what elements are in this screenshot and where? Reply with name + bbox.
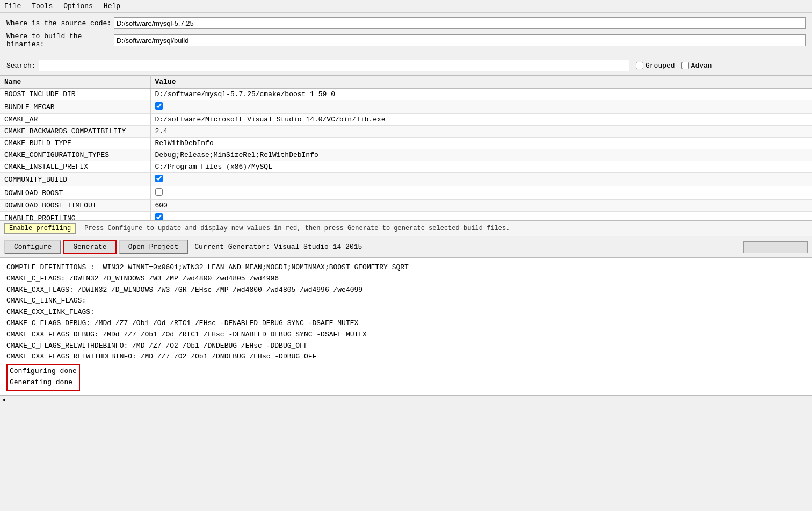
menu-help[interactable]: Help [104, 2, 120, 10]
advanced-label: Advan [691, 62, 712, 70]
config-name-cell: DOWNLOAD_BOOST_TIMEOUT [0, 200, 150, 212]
build-row: Where to build the binaries: [6, 32, 806, 48]
config-name-cell: DOWNLOAD_BOOST [0, 186, 150, 200]
log-line: CMAKE_C_FLAGS_DEBUG: /MDd /Z7 /Ob1 /Od /… [6, 318, 806, 329]
table-row: CMAKE_CONFIGURATION_TYPESDebug;Release;M… [0, 149, 812, 161]
grouped-checkbox[interactable] [636, 62, 643, 69]
config-value-cell[interactable] [150, 173, 812, 186]
menu-file[interactable]: File [4, 2, 21, 10]
tooltip-message: Press Configure to update and display ne… [84, 225, 510, 232]
bottom-scrollbar[interactable]: ◀ [0, 395, 812, 404]
search-input[interactable] [39, 60, 629, 71]
configure-button[interactable]: Configure [4, 240, 61, 254]
table-row: DOWNLOAD_BOOST [0, 186, 812, 200]
config-name-cell: CMAKE_CONFIGURATION_TYPES [0, 149, 150, 161]
build-input[interactable] [114, 34, 806, 46]
config-value-cell: D:/software/mysql-5.7.25/cmake/boost_1_5… [150, 89, 812, 100]
log-line: CMAKE_CXX_FLAGS_RELWITHDEBINFO: /MD /Z7 … [6, 351, 806, 363]
config-name-cell: CMAKE_BACKWARDS_COMPATIBILITY [0, 126, 150, 138]
menu-options[interactable]: Options [63, 2, 93, 10]
config-checkbox[interactable] [155, 102, 163, 110]
grouped-option[interactable]: Grouped [636, 62, 675, 70]
paths-section: Where is the source code: Where to build… [0, 13, 812, 56]
config-name-cell: CMAKE_BUILD_TYPE [0, 138, 150, 149]
done-box: Configuring doneGenerating done [6, 364, 80, 391]
source-label: Where is the source code: [6, 19, 114, 27]
open-project-button[interactable]: Open Project [119, 240, 189, 254]
config-name-cell: CMAKE_INSTALL_PREFIX [0, 161, 150, 173]
table-row: ENABLED_PROFILING [0, 212, 812, 221]
scrollbar-placeholder [743, 241, 808, 253]
config-checkbox[interactable] [155, 188, 163, 196]
search-options: Grouped Advan [636, 62, 712, 70]
config-name-cell: ENABLED_PROFILING [0, 212, 150, 221]
config-name-cell: COMMUNITY_BUILD [0, 173, 150, 186]
tooltip-box: Enable profiling [4, 223, 76, 234]
table-row: CMAKE_ARD:/software/Microsoft Visual Stu… [0, 114, 812, 126]
table-row: COMMUNITY_BUILD [0, 173, 812, 186]
config-checkbox[interactable] [155, 213, 163, 220]
col-header-value: Value [150, 76, 812, 89]
log-line: CMAKE_C_FLAGS_RELWITHDEBINFO: /MD /Z7 /O… [6, 341, 806, 352]
button-row: Configure Generate Open Project Current … [0, 236, 812, 258]
source-input[interactable] [114, 17, 806, 29]
config-table-section: Name Value BOOST_INCLUDE_DIRD:/software/… [0, 75, 812, 220]
config-value-cell: RelWithDebInfo [150, 138, 812, 149]
menu-bar: File Tools Options Help [0, 0, 812, 13]
search-row: Search: Grouped Advan [0, 56, 812, 75]
log-line: CMAKE_CXX_FLAGS: /DWIN32 /D_WINDOWS /W3 … [6, 285, 806, 296]
table-row: CMAKE_BACKWARDS_COMPATIBILITY2.4 [0, 126, 812, 138]
current-generator-label: Current Generator: Visual Studio 14 2015 [194, 243, 362, 251]
config-name-cell: CMAKE_AR [0, 114, 150, 126]
table-row: CMAKE_INSTALL_PREFIXC:/Program Files (x8… [0, 161, 812, 173]
config-value-cell[interactable] [150, 100, 812, 114]
config-checkbox[interactable] [155, 175, 163, 182]
search-label: Search: [6, 62, 39, 70]
source-row: Where is the source code: [6, 17, 806, 29]
config-value-cell: C:/Program Files (x86)/MySQL [150, 161, 812, 173]
log-line: CMAKE_CXX_FLAGS_DEBUG: /MDd /Z7 /Ob1 /Od… [6, 329, 806, 341]
config-table: Name Value BOOST_INCLUDE_DIRD:/software/… [0, 75, 812, 220]
table-row: BOOST_INCLUDE_DIRD:/software/mysql-5.7.2… [0, 89, 812, 100]
generate-button[interactable]: Generate [63, 240, 116, 254]
config-value-cell: Debug;Release;MinSizeRel;RelWithDebInfo [150, 149, 812, 161]
log-line: CMAKE_C_FLAGS: /DWIN32 /D_WINDOWS /W3 /M… [6, 274, 806, 285]
advanced-option[interactable]: Advan [682, 62, 712, 70]
config-name-cell: BOOST_INCLUDE_DIR [0, 89, 150, 100]
table-row: DOWNLOAD_BOOST_TIMEOUT600 [0, 200, 812, 212]
table-row: BUNDLE_MECAB [0, 100, 812, 114]
config-value-cell[interactable] [150, 186, 812, 200]
done-log-line: Generating done [10, 377, 77, 388]
config-value-cell: 2.4 [150, 126, 812, 138]
grouped-label: Grouped [646, 62, 675, 70]
tooltip-row: Enable profiling Press Configure to upda… [0, 220, 812, 236]
log-line: CMAKE_CXX_LINK_FLAGS: [6, 307, 806, 318]
table-row: CMAKE_BUILD_TYPERelWithDebInfo [0, 138, 812, 149]
log-line: CMAKE_C_LINK_FLAGS: [6, 296, 806, 307]
col-header-name: Name [0, 76, 150, 89]
build-label: Where to build the binaries: [6, 32, 114, 48]
config-value-cell: D:/software/Microsoft Visual Studio 14.0… [150, 114, 812, 126]
advanced-checkbox[interactable] [682, 62, 689, 69]
log-line: COMPILE_DEFINITIONS : _WIN32_WINNT=0x060… [6, 262, 806, 274]
log-section: COMPILE_DEFINITIONS : _WIN32_WINNT=0x060… [0, 258, 812, 395]
config-name-cell: BUNDLE_MECAB [0, 100, 150, 114]
done-log-line: Configuring done [10, 366, 77, 377]
menu-tools[interactable]: Tools [32, 2, 53, 10]
config-value-cell: 600 [150, 200, 812, 212]
scroll-left-icon[interactable]: ◀ [2, 397, 5, 403]
config-value-cell[interactable] [150, 212, 812, 221]
